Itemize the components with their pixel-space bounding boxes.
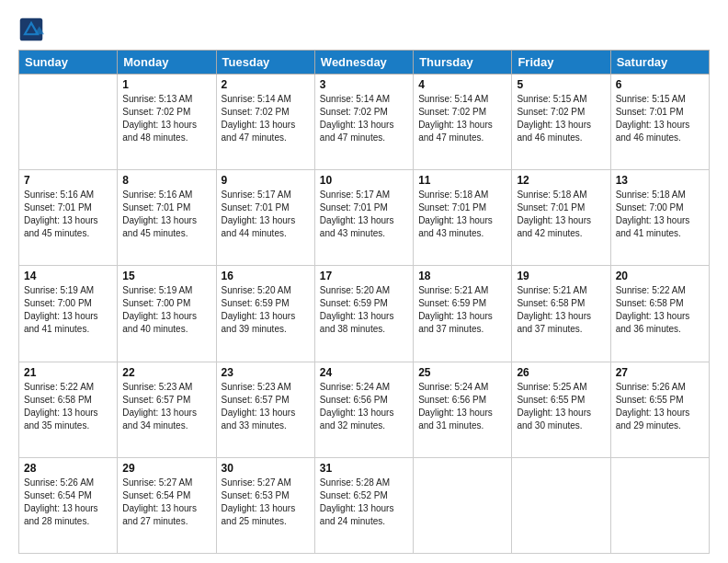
calendar-cell: 5Sunrise: 5:15 AM Sunset: 7:02 PM Daylig…	[512, 75, 610, 170]
cell-content: Sunrise: 5:28 AM Sunset: 6:52 PM Dayligh…	[320, 477, 408, 528]
calendar-cell	[19, 75, 118, 170]
day-number: 2	[222, 78, 310, 91]
cell-content: Sunrise: 5:15 AM Sunset: 7:02 PM Dayligh…	[517, 93, 605, 144]
day-number: 25	[418, 366, 506, 379]
day-number: 18	[418, 270, 506, 282]
calendar-cell: 10Sunrise: 5:17 AM Sunset: 7:01 PM Dayli…	[314, 170, 413, 266]
day-number: 28	[24, 462, 112, 475]
cell-content: Sunrise: 5:24 AM Sunset: 6:56 PM Dayligh…	[320, 381, 408, 432]
day-number: 12	[517, 174, 605, 187]
calendar-week-4: 21Sunrise: 5:22 AM Sunset: 6:58 PM Dayli…	[19, 362, 710, 457]
cell-content: Sunrise: 5:22 AM Sunset: 6:58 PM Dayligh…	[616, 284, 704, 336]
header-row: SundayMondayTuesdayWednesdayThursdayFrid…	[19, 51, 710, 75]
cell-content: Sunrise: 5:20 AM Sunset: 6:59 PM Dayligh…	[320, 284, 408, 336]
day-number: 17	[320, 270, 408, 282]
calendar-cell: 9Sunrise: 5:17 AM Sunset: 7:01 PM Daylig…	[216, 170, 314, 266]
calendar-cell: 21Sunrise: 5:22 AM Sunset: 6:58 PM Dayli…	[19, 362, 118, 457]
weekday-header-friday: Friday	[512, 51, 610, 75]
weekday-header-wednesday: Wednesday	[314, 51, 413, 75]
cell-content: Sunrise: 5:21 AM Sunset: 6:59 PM Dayligh…	[418, 284, 506, 336]
calendar-week-1: 1Sunrise: 5:13 AM Sunset: 7:02 PM Daylig…	[19, 75, 710, 170]
day-number: 14	[24, 270, 112, 282]
day-number: 22	[122, 366, 210, 379]
calendar-cell: 6Sunrise: 5:15 AM Sunset: 7:01 PM Daylig…	[610, 75, 709, 170]
weekday-header-sunday: Sunday	[19, 51, 118, 75]
day-number: 8	[122, 174, 210, 187]
calendar-cell: 17Sunrise: 5:20 AM Sunset: 6:59 PM Dayli…	[314, 266, 413, 362]
cell-content: Sunrise: 5:14 AM Sunset: 7:02 PM Dayligh…	[418, 93, 506, 144]
calendar-cell: 27Sunrise: 5:26 AM Sunset: 6:55 PM Dayli…	[610, 362, 709, 457]
cell-content: Sunrise: 5:14 AM Sunset: 7:02 PM Dayligh…	[222, 93, 310, 144]
cell-content: Sunrise: 5:21 AM Sunset: 6:58 PM Dayligh…	[517, 284, 605, 336]
cell-content: Sunrise: 5:17 AM Sunset: 7:01 PM Dayligh…	[222, 189, 310, 240]
cell-content: Sunrise: 5:23 AM Sunset: 6:57 PM Dayligh…	[122, 381, 210, 432]
calendar-table: SundayMondayTuesdayWednesdayThursdayFrid…	[18, 50, 710, 554]
day-number: 27	[616, 366, 704, 379]
day-number: 9	[222, 174, 310, 187]
calendar-cell	[610, 457, 709, 553]
day-number: 10	[320, 174, 408, 187]
cell-content: Sunrise: 5:26 AM Sunset: 6:55 PM Dayligh…	[616, 381, 704, 432]
day-number: 7	[24, 174, 112, 187]
calendar-week-3: 14Sunrise: 5:19 AM Sunset: 7:00 PM Dayli…	[19, 266, 710, 362]
day-number: 15	[122, 270, 210, 282]
calendar-cell: 31Sunrise: 5:28 AM Sunset: 6:52 PM Dayli…	[314, 457, 413, 553]
day-number: 4	[418, 78, 506, 91]
cell-content: Sunrise: 5:16 AM Sunset: 7:01 PM Dayligh…	[24, 189, 112, 240]
calendar-week-5: 28Sunrise: 5:26 AM Sunset: 6:54 PM Dayli…	[19, 457, 710, 553]
logo	[18, 17, 48, 42]
logo-icon	[18, 17, 44, 42]
calendar-cell	[414, 457, 512, 553]
day-number: 29	[122, 462, 210, 475]
cell-content: Sunrise: 5:16 AM Sunset: 7:01 PM Dayligh…	[122, 189, 210, 240]
cell-content: Sunrise: 5:20 AM Sunset: 6:59 PM Dayligh…	[222, 284, 310, 336]
calendar-cell: 12Sunrise: 5:18 AM Sunset: 7:01 PM Dayli…	[512, 170, 610, 266]
cell-content: Sunrise: 5:15 AM Sunset: 7:01 PM Dayligh…	[616, 93, 704, 144]
day-number: 13	[616, 174, 704, 187]
cell-content: Sunrise: 5:19 AM Sunset: 7:00 PM Dayligh…	[24, 284, 112, 336]
calendar-cell: 15Sunrise: 5:19 AM Sunset: 7:00 PM Dayli…	[118, 266, 216, 362]
weekday-header-thursday: Thursday	[414, 51, 512, 75]
calendar-cell: 18Sunrise: 5:21 AM Sunset: 6:59 PM Dayli…	[414, 266, 512, 362]
weekday-header-monday: Monday	[118, 51, 216, 75]
day-number: 11	[418, 174, 506, 187]
cell-content: Sunrise: 5:19 AM Sunset: 7:00 PM Dayligh…	[122, 284, 210, 336]
cell-content: Sunrise: 5:18 AM Sunset: 7:00 PM Dayligh…	[616, 189, 704, 240]
weekday-header-tuesday: Tuesday	[216, 51, 314, 75]
calendar-cell: 13Sunrise: 5:18 AM Sunset: 7:00 PM Dayli…	[610, 170, 709, 266]
cell-content: Sunrise: 5:27 AM Sunset: 6:53 PM Dayligh…	[222, 477, 310, 528]
cell-content: Sunrise: 5:13 AM Sunset: 7:02 PM Dayligh…	[122, 93, 210, 144]
page: SundayMondayTuesdayWednesdayThursdayFrid…	[0, 0, 728, 563]
cell-content: Sunrise: 5:17 AM Sunset: 7:01 PM Dayligh…	[320, 189, 408, 240]
day-number: 26	[517, 366, 605, 379]
calendar-cell: 3Sunrise: 5:14 AM Sunset: 7:02 PM Daylig…	[314, 75, 413, 170]
calendar-cell: 25Sunrise: 5:24 AM Sunset: 6:56 PM Dayli…	[414, 362, 512, 457]
cell-content: Sunrise: 5:25 AM Sunset: 6:55 PM Dayligh…	[517, 381, 605, 432]
calendar-cell: 1Sunrise: 5:13 AM Sunset: 7:02 PM Daylig…	[118, 75, 216, 170]
day-number: 21	[24, 366, 112, 379]
calendar-cell: 26Sunrise: 5:25 AM Sunset: 6:55 PM Dayli…	[512, 362, 610, 457]
cell-content: Sunrise: 5:22 AM Sunset: 6:58 PM Dayligh…	[24, 381, 112, 432]
calendar-cell: 11Sunrise: 5:18 AM Sunset: 7:01 PM Dayli…	[414, 170, 512, 266]
day-number: 3	[320, 78, 408, 91]
cell-content: Sunrise: 5:27 AM Sunset: 6:54 PM Dayligh…	[122, 477, 210, 528]
calendar-cell: 28Sunrise: 5:26 AM Sunset: 6:54 PM Dayli…	[19, 457, 118, 553]
cell-content: Sunrise: 5:18 AM Sunset: 7:01 PM Dayligh…	[418, 189, 506, 240]
calendar-cell: 20Sunrise: 5:22 AM Sunset: 6:58 PM Dayli…	[610, 266, 709, 362]
day-number: 20	[616, 270, 704, 282]
calendar-week-2: 7Sunrise: 5:16 AM Sunset: 7:01 PM Daylig…	[19, 170, 710, 266]
cell-content: Sunrise: 5:24 AM Sunset: 6:56 PM Dayligh…	[418, 381, 506, 432]
cell-content: Sunrise: 5:14 AM Sunset: 7:02 PM Dayligh…	[320, 93, 408, 144]
cell-content: Sunrise: 5:23 AM Sunset: 6:57 PM Dayligh…	[222, 381, 310, 432]
calendar-cell: 14Sunrise: 5:19 AM Sunset: 7:00 PM Dayli…	[19, 266, 118, 362]
calendar-cell: 4Sunrise: 5:14 AM Sunset: 7:02 PM Daylig…	[414, 75, 512, 170]
day-number: 24	[320, 366, 408, 379]
cell-content: Sunrise: 5:26 AM Sunset: 6:54 PM Dayligh…	[24, 477, 112, 528]
day-number: 5	[517, 78, 605, 91]
calendar-cell: 29Sunrise: 5:27 AM Sunset: 6:54 PM Dayli…	[118, 457, 216, 553]
day-number: 1	[122, 78, 210, 91]
day-number: 30	[222, 462, 310, 475]
calendar-cell: 22Sunrise: 5:23 AM Sunset: 6:57 PM Dayli…	[118, 362, 216, 457]
calendar-cell: 2Sunrise: 5:14 AM Sunset: 7:02 PM Daylig…	[216, 75, 314, 170]
cell-content: Sunrise: 5:18 AM Sunset: 7:01 PM Dayligh…	[517, 189, 605, 240]
